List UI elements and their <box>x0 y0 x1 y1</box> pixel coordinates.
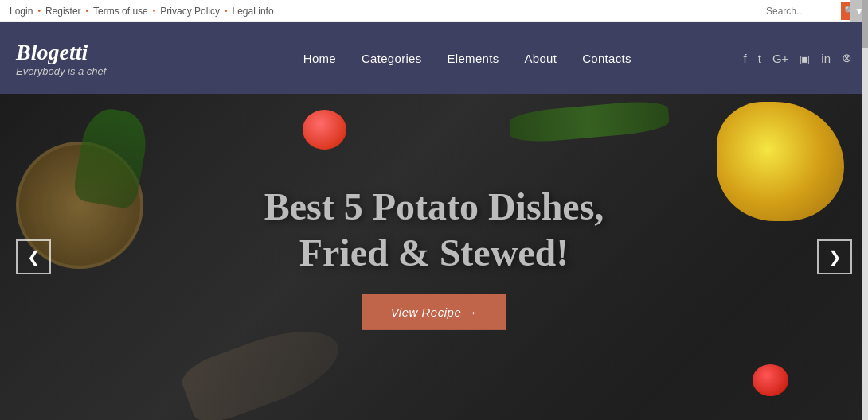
googleplus-icon[interactable]: G+ <box>772 52 788 65</box>
hero-section: Best 5 Potato Dishes, Fried & Stewed! Vi… <box>0 94 868 420</box>
other-icon[interactable]: ⊗ <box>842 51 852 65</box>
social-icons: f t G+ ▣ in ⊗ <box>744 51 852 65</box>
instagram-symbol: ▣ <box>800 52 810 65</box>
logo-tagline: Everybody is a chef <box>16 65 191 77</box>
top-bar: Login • Register • Terms of use • Privac… <box>0 0 868 22</box>
scrollbar[interactable] <box>862 0 868 420</box>
privacy-link[interactable]: Privacy Policy <box>160 6 220 17</box>
register-link[interactable]: Register <box>45 6 81 17</box>
nav-about[interactable]: About <box>524 52 557 65</box>
scrollbar-thumb[interactable] <box>862 0 868 48</box>
nav-home[interactable]: Home <box>303 52 336 65</box>
logo-title[interactable]: Blogetti <box>16 40 191 65</box>
twitter-icon[interactable]: t <box>758 52 761 65</box>
legal-link[interactable]: Legal info <box>233 6 274 17</box>
search-input[interactable] <box>766 6 838 17</box>
hero-title: Best 5 Potato Dishes, Fried & Stewed! <box>217 184 651 275</box>
other-symbol: ⊗ <box>842 51 852 64</box>
dot4: • <box>225 6 228 15</box>
tomato2-decoration <box>753 364 788 396</box>
tomato1-decoration <box>303 110 346 150</box>
slider-next-button[interactable]: ❯ <box>817 239 852 274</box>
linkedin-icon[interactable]: in <box>821 52 831 65</box>
view-recipe-button[interactable]: View Recipe → <box>362 294 506 330</box>
nav-contacts[interactable]: Contacts <box>582 52 631 65</box>
dot2: • <box>86 6 89 15</box>
hero-content: Best 5 Potato Dishes, Fried & Stewed! Vi… <box>217 184 651 330</box>
nav-elements[interactable]: Elements <box>448 52 499 65</box>
facebook-icon[interactable]: f <box>744 52 747 65</box>
dot1: • <box>37 6 41 15</box>
terms-link[interactable]: Terms of use <box>93 6 148 17</box>
header: Blogetti Everybody is a chef Home Catego… <box>0 22 868 94</box>
slider-prev-button[interactable]: ❮ <box>16 239 51 274</box>
login-link[interactable]: Login <box>10 6 33 17</box>
dot3: • <box>153 6 156 15</box>
main-nav: Home Categories Elements About Contacts <box>191 52 744 65</box>
top-links: Login • Register • Terms of use • Privac… <box>10 6 766 17</box>
search-area: 🔍 <box>766 2 858 20</box>
logo-area: Blogetti Everybody is a chef <box>16 40 191 77</box>
nav-categories[interactable]: Categories <box>362 52 422 65</box>
instagram-icon[interactable]: ▣ <box>800 52 810 65</box>
